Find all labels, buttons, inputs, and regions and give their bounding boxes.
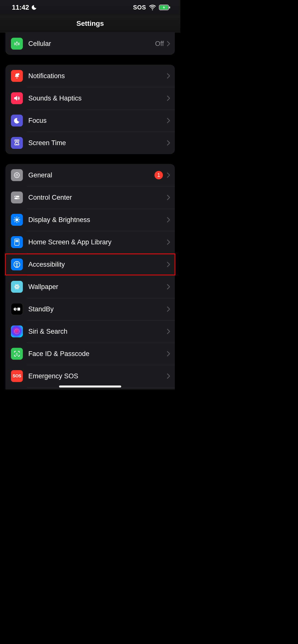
screen-time-icon [11, 137, 23, 149]
row-label: Siri & Search [28, 328, 167, 336]
notifications-icon [11, 70, 23, 82]
chevron-right-icon [167, 329, 170, 334]
status-time: 11:42 [12, 4, 29, 12]
svg-point-21 [15, 286, 19, 288]
svg-point-5 [16, 174, 18, 176]
page-title: Settings [0, 15, 180, 32]
row-label: Face ID & Passcode [28, 350, 167, 358]
svg-rect-25 [17, 308, 20, 310]
row-label: StandBy [28, 306, 167, 313]
sounds-icon [11, 92, 23, 104]
svg-point-12 [16, 240, 17, 241]
focus-icon [11, 114, 23, 126]
row-label: Cellular [28, 40, 155, 48]
row-label: General [28, 172, 154, 179]
do-not-disturb-icon [31, 4, 37, 10]
chevron-right-icon [167, 240, 170, 245]
wallpaper-icon [11, 281, 23, 293]
svg-point-14 [18, 240, 18, 241]
chevron-right-icon [167, 73, 170, 79]
svg-point-13 [17, 240, 17, 241]
row-siri-search[interactable]: Siri & Search [6, 320, 175, 342]
row-accessibility[interactable]: Accessibility [6, 253, 175, 276]
row-label: Wallpaper [28, 283, 167, 291]
chevron-right-icon [167, 96, 170, 101]
row-exposure-notifications[interactable]: Exposure Notifications [6, 387, 175, 390]
chevron-right-icon [167, 140, 170, 146]
home-screen-icon [11, 236, 23, 248]
chevron-right-icon [167, 195, 170, 200]
row-focus[interactable]: Focus [6, 110, 175, 132]
chevron-right-icon [167, 262, 170, 267]
settings-group-connectivity: Cellular Off [6, 32, 175, 55]
row-display-brightness[interactable]: Display & Brightness [6, 209, 175, 231]
sos-icon: SOS [11, 370, 23, 382]
svg-point-28 [18, 353, 18, 354]
row-label: Screen Time [28, 139, 167, 147]
row-screen-time[interactable]: Screen Time [6, 132, 175, 154]
row-label: Focus [28, 117, 167, 124]
chevron-right-icon [167, 41, 170, 46]
svg-rect-2 [169, 6, 170, 8]
row-label: Control Center [28, 194, 167, 202]
chevron-right-icon [167, 217, 170, 222]
chevron-right-icon [167, 351, 170, 356]
row-label: Emergency SOS [28, 372, 167, 380]
general-icon [11, 169, 23, 181]
svg-point-15 [16, 242, 17, 242]
standby-icon [11, 303, 23, 315]
wifi-icon [149, 5, 156, 10]
row-general[interactable]: General 1 [6, 164, 175, 186]
siri-icon [11, 326, 23, 338]
home-indicator[interactable] [59, 386, 121, 388]
battery-charging-icon [159, 4, 170, 10]
svg-point-9 [18, 198, 19, 199]
chevron-right-icon [167, 118, 170, 123]
row-notifications[interactable]: Notifications [6, 65, 175, 87]
status-bar: 11:42 SOS [0, 0, 180, 15]
sos-indicator: SOS [133, 4, 146, 11]
row-label: Notifications [28, 72, 167, 80]
row-cellular[interactable]: Cellular Off [6, 32, 175, 55]
svg-point-10 [16, 218, 18, 221]
row-emergency-sos[interactable]: SOS Emergency SOS [6, 365, 175, 387]
chevron-right-icon [167, 306, 170, 312]
svg-point-16 [17, 242, 17, 242]
settings-group-notifications: Notifications Sounds & Haptics Focus Scr… [6, 65, 175, 154]
row-standby[interactable]: StandBy [6, 298, 175, 320]
cellular-icon [11, 38, 23, 50]
svg-point-19 [17, 262, 17, 264]
row-label: Sounds & Haptics [28, 94, 167, 102]
settings-group-general: General 1 Control Center Display & Brigh… [6, 164, 175, 390]
chevron-right-icon [167, 172, 170, 178]
row-control-center[interactable]: Control Center [6, 186, 175, 209]
row-face-id-passcode[interactable]: Face ID & Passcode [6, 342, 175, 365]
chevron-right-icon [167, 373, 170, 379]
row-value: Off [155, 40, 164, 48]
row-label: Home Screen & App Library [28, 238, 167, 246]
row-sounds-haptics[interactable]: Sounds & Haptics [6, 87, 175, 110]
svg-point-17 [18, 242, 18, 242]
face-id-icon [11, 348, 23, 360]
svg-point-8 [15, 196, 16, 197]
row-home-screen[interactable]: Home Screen & App Library [6, 231, 175, 253]
row-label: Display & Brightness [28, 216, 167, 224]
row-label: Accessibility [28, 261, 167, 268]
accessibility-icon [11, 258, 23, 270]
row-wallpaper[interactable]: Wallpaper [6, 276, 175, 298]
display-brightness-icon [11, 214, 23, 226]
chevron-right-icon [167, 284, 170, 290]
control-center-icon [11, 192, 23, 204]
svg-point-26 [15, 329, 19, 334]
svg-point-27 [16, 353, 16, 354]
notification-badge: 1 [154, 171, 163, 179]
svg-point-3 [17, 73, 19, 75]
